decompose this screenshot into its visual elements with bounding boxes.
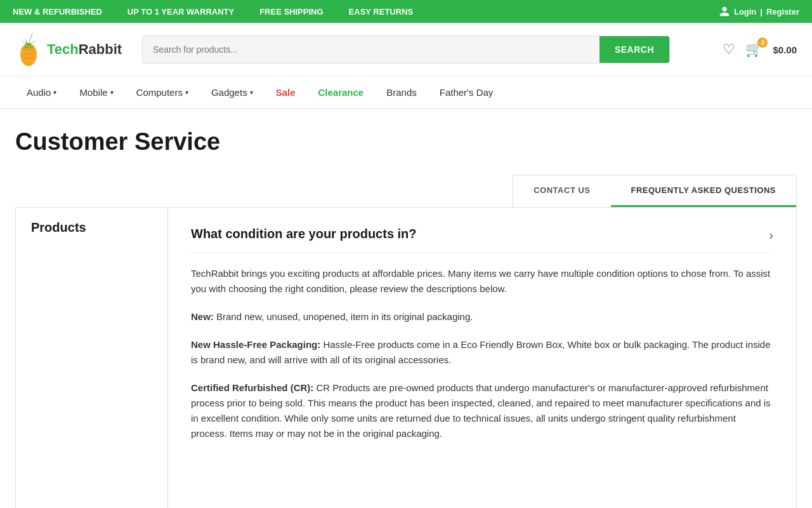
svg-point-7 <box>30 45 31 46</box>
condition-new-desc: Brand new, unused, unopened, item in its… <box>216 311 473 322</box>
chevron-down-icon: ▾ <box>53 89 56 96</box>
header-icons: ♡ 🛒 0 $0.00 <box>683 41 797 58</box>
login-link[interactable]: Login <box>734 7 756 17</box>
nav-item-fathersday[interactable]: Father's Day <box>428 77 505 108</box>
register-link[interactable]: Register <box>766 7 799 17</box>
tabs: CONTACT US FREQUENTLY ASKED QUESTIONS <box>513 175 797 207</box>
logo-text: TechRabbit <box>47 41 122 58</box>
condition-hassle-label: New Hassle-Free Packaging: <box>191 339 320 350</box>
sidebar-products-title: Products <box>31 220 152 235</box>
nav-item-audio[interactable]: Audio ▾ <box>15 77 68 108</box>
banner-item-warranty: UP TO 1 YEAR WARRANTY <box>128 7 234 17</box>
condition-cr-label: Certified Refurbished (CR): <box>191 382 313 393</box>
wishlist-icon[interactable]: ♡ <box>723 41 735 58</box>
logo-carrot-icon <box>15 32 42 67</box>
chevron-down-icon: ▾ <box>185 89 188 96</box>
faq-question-header: What condition are your products in? › <box>191 227 773 253</box>
chevron-right-icon: › <box>769 228 773 243</box>
faq-question-title: What condition are your products in? <box>191 227 417 241</box>
svg-point-2 <box>27 43 30 46</box>
content-area: Products What condition are your product… <box>15 207 797 508</box>
cart-badge: 0 <box>757 37 768 48</box>
condition-new-label: New: <box>191 311 214 322</box>
logo[interactable]: TechRabbit <box>15 32 129 67</box>
top-banner-left: NEW & REFURBISHED UP TO 1 YEAR WARRANTY … <box>13 7 413 17</box>
top-banner: NEW & REFURBISHED UP TO 1 YEAR WARRANTY … <box>0 0 812 23</box>
condition-cr: Certified Refurbished (CR): CR Products … <box>191 380 773 441</box>
chevron-down-icon: ▾ <box>110 89 114 96</box>
banner-item-new-refurbished: NEW & REFURBISHED <box>13 7 102 17</box>
search-input[interactable] <box>143 36 599 63</box>
condition-cr-text: Certified Refurbished (CR): CR Products … <box>191 380 773 441</box>
condition-hassle-free: New Hassle-Free Packaging: Hassle-Free p… <box>191 337 773 368</box>
tab-faq[interactable]: FREQUENTLY ASKED QUESTIONS <box>611 175 797 207</box>
page-title: Customer Service <box>15 128 797 156</box>
faq-body: TechRabbit brings you exciting products … <box>191 266 773 441</box>
banner-item-shipping: FREE SHIPPING <box>259 7 323 17</box>
search-bar: SEARCH <box>142 36 670 64</box>
nav-item-computers[interactable]: Computers ▾ <box>125 77 200 108</box>
cart-total: $0.00 <box>773 44 797 55</box>
chevron-down-icon: ▾ <box>250 89 253 96</box>
nav-item-mobile[interactable]: Mobile ▾ <box>68 77 124 108</box>
tab-contact-us[interactable]: CONTACT US <box>513 175 610 207</box>
top-banner-right: Login | Register <box>719 6 799 17</box>
banner-item-returns: EASY RETURNS <box>349 7 414 17</box>
user-icon <box>719 6 730 17</box>
header: TechRabbit SEARCH ♡ 🛒 0 $0.00 <box>0 23 812 77</box>
search-button[interactable]: SEARCH <box>599 36 669 63</box>
tabs-wrapper: CONTACT US FREQUENTLY ASKED QUESTIONS <box>15 175 797 207</box>
sidebar: Products <box>16 208 168 508</box>
svg-point-6 <box>26 45 27 46</box>
condition-new: New: Brand new, unused, unopened, item i… <box>191 309 773 324</box>
condition-new-text: New: Brand new, unused, unopened, item i… <box>191 309 773 324</box>
main-content: Customer Service CONTACT US FREQUENTLY A… <box>0 109 812 508</box>
nav-item-clearance[interactable]: Clearance <box>307 77 376 108</box>
faq-content: What condition are your products in? › T… <box>168 208 796 508</box>
nav: Audio ▾ Mobile ▾ Computers ▾ Gadgets ▾ S… <box>0 77 812 109</box>
cart-wrapper[interactable]: 🛒 0 <box>745 41 763 58</box>
separator: | <box>760 7 763 17</box>
nav-item-gadgets[interactable]: Gadgets ▾ <box>200 77 265 108</box>
nav-item-sale[interactable]: Sale <box>265 77 307 108</box>
nav-item-brands[interactable]: Brands <box>375 77 428 108</box>
faq-intro: TechRabbit brings you exciting products … <box>191 266 773 297</box>
condition-hassle-text: New Hassle-Free Packaging: Hassle-Free p… <box>191 337 773 368</box>
